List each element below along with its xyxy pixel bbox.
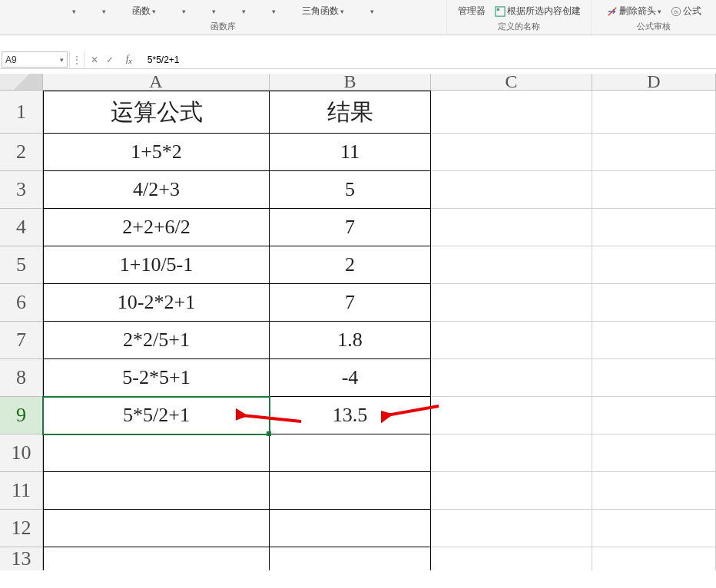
cell-B3[interactable]: 5	[270, 171, 431, 209]
cell-C11[interactable]	[431, 472, 592, 510]
cancel-icon[interactable]: ✕	[91, 55, 98, 65]
cell-D11[interactable]	[592, 472, 716, 510]
cell-C9[interactable]	[431, 397, 592, 434]
chevron-down-icon: ▾	[102, 8, 106, 15]
ribbon-names-items: 管理器 根据所选内容创建	[455, 2, 584, 21]
cell-A9[interactable]: 5*5/2+1	[43, 397, 270, 434]
ribbon-dropdown-5[interactable]: ▾	[239, 6, 249, 17]
function-dropdown[interactable]: 函数 ▾	[129, 3, 159, 19]
ribbon-group-audit: 删除箭头 ▾ fx 公式 公式审核	[592, 0, 716, 35]
row-header-7[interactable]: 7	[0, 322, 43, 359]
ribbon-dropdown-7[interactable]: ▾	[367, 6, 377, 17]
cell-D3[interactable]	[592, 171, 716, 209]
ribbon-group-functions: ▾ ▾ 函数 ▾ ▾ ▾ ▾ ▾ 三角函数 ▾ ▾ 函数库	[0, 0, 447, 35]
cell-D1[interactable]	[592, 91, 716, 134]
cell-A4[interactable]: 2+2+6/2	[43, 209, 270, 246]
row-header-8[interactable]: 8	[0, 359, 43, 397]
cell-C6[interactable]	[431, 284, 592, 322]
cell-B9[interactable]: 13.5	[270, 397, 431, 434]
cell-D6[interactable]	[592, 284, 716, 322]
cell-D10[interactable]	[592, 434, 716, 472]
cell-B5[interactable]: 2	[270, 246, 431, 284]
cell-C1[interactable]	[431, 91, 592, 134]
cell-D12[interactable]	[592, 510, 716, 547]
name-manager-button[interactable]: 管理器	[455, 3, 489, 19]
cell-A5[interactable]: 1+10/5-1	[43, 246, 270, 284]
trig-dropdown[interactable]: 三角函数 ▾	[299, 3, 347, 19]
cell-C4[interactable]	[431, 209, 592, 246]
ribbon-dropdown-2[interactable]: ▾	[99, 6, 109, 17]
cell-B9-value: 13.5	[333, 404, 368, 427]
row-header-11[interactable]: 11	[0, 472, 43, 510]
cell-C7[interactable]	[431, 322, 592, 359]
row-header-5[interactable]: 5	[0, 246, 43, 284]
row-header-2[interactable]: 2	[0, 134, 43, 171]
cell-A3[interactable]: 4/2+3	[43, 171, 270, 209]
cell-A6[interactable]: 10-2*2+1	[43, 284, 270, 322]
cell-B11[interactable]	[270, 472, 431, 510]
fill-handle[interactable]	[267, 431, 271, 436]
col-header-C[interactable]: C	[431, 74, 592, 90]
cell-D2[interactable]	[592, 134, 716, 171]
cell-A8[interactable]: 5-2*5+1	[43, 359, 270, 397]
cell-C12[interactable]	[431, 510, 592, 547]
row-header-13[interactable]: 13	[0, 547, 43, 570]
row-header-10[interactable]: 10	[0, 434, 43, 472]
cell-B7[interactable]: 1.8	[270, 322, 431, 359]
cell-D13[interactable]	[592, 547, 716, 570]
cell-D9[interactable]	[592, 397, 716, 434]
row-header-12[interactable]: 12	[0, 510, 43, 547]
fx-icon[interactable]: fx	[121, 53, 137, 65]
name-manager-label: 管理器	[458, 5, 486, 18]
ribbon-dropdown-1[interactable]: ▾	[69, 6, 79, 17]
cell-A10[interactable]	[43, 434, 270, 472]
cell-C8[interactable]	[431, 359, 592, 397]
formula-input[interactable]	[143, 51, 716, 68]
cell-A7[interactable]: 2*2/5+1	[43, 322, 270, 359]
cell-D4[interactable]	[592, 209, 716, 246]
select-all-corner[interactable]	[0, 74, 43, 90]
cell-C10[interactable]	[431, 434, 592, 472]
cell-B4[interactable]: 7	[270, 209, 431, 246]
row-10: 10	[0, 434, 716, 472]
cell-A1[interactable]: 运算公式	[43, 91, 270, 134]
cell-B2[interactable]: 11	[270, 134, 431, 171]
cell-C2[interactable]	[431, 134, 592, 171]
formula-button[interactable]: fx 公式	[668, 3, 704, 19]
cell-D7[interactable]	[592, 322, 716, 359]
name-box[interactable]: A9 ▾	[2, 51, 68, 68]
cell-A11[interactable]	[43, 472, 270, 510]
cell-A13[interactable]	[43, 547, 270, 570]
function-dropdown-label: 函数	[132, 5, 151, 18]
cell-A12[interactable]	[43, 510, 270, 547]
cell-D8[interactable]	[592, 359, 716, 397]
row-header-4[interactable]: 4	[0, 209, 43, 246]
cell-C5[interactable]	[431, 246, 592, 284]
cell-B10[interactable]	[270, 434, 431, 472]
col-header-A[interactable]: A	[43, 74, 270, 90]
cell-C13[interactable]	[431, 547, 592, 570]
cell-B1[interactable]: 结果	[270, 91, 431, 134]
cell-C3[interactable]	[431, 171, 592, 209]
ribbon-dropdown-4[interactable]: ▾	[209, 6, 219, 17]
ribbon-dropdown-3[interactable]: ▾	[179, 6, 189, 17]
col-header-B[interactable]: B	[270, 74, 431, 90]
col-header-D[interactable]: D	[592, 74, 716, 90]
remove-arrows-button[interactable]: 删除箭头 ▾	[604, 3, 665, 19]
create-from-selection-button[interactable]: 根据所选内容创建	[492, 3, 584, 19]
cell-B12[interactable]	[270, 510, 431, 547]
row-header-1[interactable]: 1	[0, 91, 43, 134]
cell-B13[interactable]	[270, 547, 431, 570]
enter-icon[interactable]: ✓	[106, 55, 114, 65]
ribbon-dropdown-6[interactable]: ▾	[269, 6, 279, 17]
chevron-down-icon: ▾	[370, 8, 374, 15]
cell-A2[interactable]: 1+5*2	[43, 134, 270, 171]
row-header-3[interactable]: 3	[0, 171, 43, 209]
cell-B6[interactable]: 7	[270, 284, 431, 322]
create-from-selection-icon	[495, 6, 506, 17]
cell-B8[interactable]: -4	[270, 359, 431, 397]
row-header-9[interactable]: 9	[0, 397, 43, 434]
row-header-6[interactable]: 6	[0, 284, 43, 322]
row-7: 7 2*2/5+1 1.8	[0, 322, 716, 359]
cell-D5[interactable]	[592, 246, 716, 284]
